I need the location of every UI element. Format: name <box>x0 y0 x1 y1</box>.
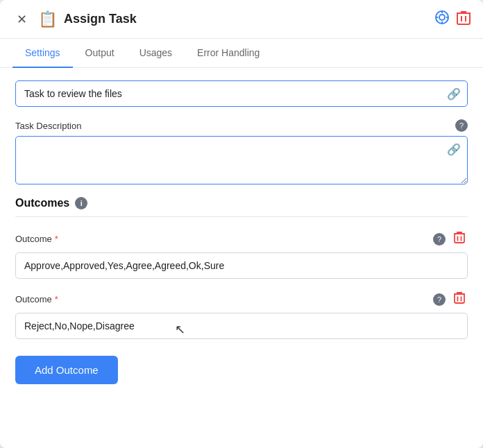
outcome-2-header: Outcome* ? <box>15 290 468 309</box>
tab-output[interactable]: Output <box>73 39 127 68</box>
delete-header-button[interactable] <box>457 10 471 28</box>
target-button[interactable] <box>434 10 450 28</box>
add-outcome-button[interactable]: Add Outcome <box>15 356 118 384</box>
svg-point-1 <box>439 15 445 20</box>
outcome-1-input[interactable] <box>15 252 468 279</box>
svg-rect-6 <box>457 13 470 24</box>
outcome-2-actions: ? <box>433 290 468 309</box>
task-description-input-wrapper: 🔗 <box>15 136 468 184</box>
outcome-1-actions: ? <box>433 230 468 248</box>
outcome-1-delete-button[interactable] <box>451 230 468 248</box>
svg-rect-14 <box>455 294 464 303</box>
task-description-label-row: Task Description ? <box>15 119 468 132</box>
outcomes-title-row: Outcomes i <box>15 197 468 209</box>
tab-error-handling[interactable]: Error Handling <box>185 39 272 68</box>
outcome-2-label: Outcome* <box>15 294 58 304</box>
close-button[interactable]: ✕ <box>12 12 31 27</box>
task-name-input[interactable] <box>15 80 468 107</box>
outcomes-title: Outcomes <box>15 197 69 209</box>
outcomes-info-icon[interactable]: i <box>75 197 87 209</box>
outcome-1-input-wrapper <box>15 252 468 279</box>
outcome-1-label: Outcome* <box>15 234 58 244</box>
tab-usages[interactable]: Usages <box>127 39 185 68</box>
outcome-2-help-icon[interactable]: ? <box>433 293 446 306</box>
outcomes-section: Outcomes i Outcome* ? <box>15 197 468 384</box>
modal-container: ✕ 📋 Assign Task <box>0 0 483 448</box>
task-name-field: 🔗 <box>15 80 468 107</box>
task-description-field: Task Description ? 🔗 <box>15 119 468 184</box>
task-icon: 📋 <box>38 10 57 28</box>
outcome-1-help-icon[interactable]: ? <box>433 233 446 245</box>
modal-header: ✕ 📋 Assign Task <box>0 0 483 39</box>
outcome-2-delete-button[interactable] <box>451 290 468 309</box>
outcome-2-input[interactable] <box>15 313 468 339</box>
task-name-link-icon[interactable]: 🔗 <box>447 87 461 101</box>
tabs-bar: Settings Output Usages Error Handling <box>0 39 483 68</box>
modal-title: Assign Task <box>64 12 427 26</box>
outcome-2-required-star: * <box>55 294 58 304</box>
outcome-1-required-star: * <box>55 234 58 244</box>
outcomes-divider <box>15 216 468 217</box>
outcome-1-header: Outcome* ? <box>15 230 468 248</box>
tab-settings[interactable]: Settings <box>12 39 73 68</box>
outcome-row-1: Outcome* ? <box>15 230 468 279</box>
outcome-row-2: Outcome* ? <box>15 290 468 339</box>
outcome-2-input-wrapper: ↖ <box>15 313 468 339</box>
svg-rect-10 <box>455 234 464 243</box>
task-name-input-wrapper: 🔗 <box>15 80 468 107</box>
modal-body: 🔗 Task Description ? 🔗 Outcomes i <box>0 68 483 448</box>
task-description-input[interactable] <box>15 136 468 184</box>
task-description-label: Task Description <box>15 121 81 131</box>
task-description-help-icon[interactable]: ? <box>455 119 468 132</box>
task-description-link-icon[interactable]: 🔗 <box>447 143 461 156</box>
header-actions <box>434 10 471 28</box>
